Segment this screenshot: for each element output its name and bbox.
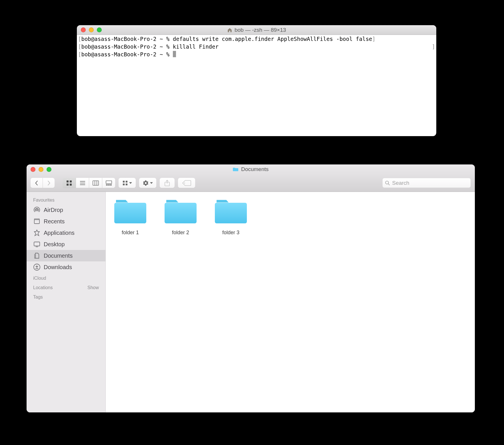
folder-item[interactable]: folder 1	[113, 199, 147, 236]
svg-rect-13	[110, 184, 111, 185]
svg-rect-11	[106, 184, 107, 185]
terminal-titlebar: bob — -zsh — 89×13	[77, 25, 436, 35]
tags-button[interactable]	[178, 178, 195, 188]
applications-icon	[33, 229, 41, 237]
svg-rect-15	[125, 180, 127, 182]
sidebar-item-label: Documents	[44, 253, 73, 259]
sidebar-section-icloud[interactable]: iCloud	[27, 273, 105, 282]
folder-icon	[165, 199, 197, 224]
desktop-icon	[33, 241, 41, 248]
folder-label: folder 2	[172, 230, 189, 236]
folder-icon	[114, 199, 146, 224]
gallery-view-button[interactable]	[102, 178, 115, 188]
sidebar-item-documents[interactable]: Documents	[27, 250, 105, 261]
svg-rect-23	[34, 220, 39, 224]
list-view-button[interactable]	[76, 178, 89, 188]
svg-rect-7	[93, 181, 99, 185]
column-view-button[interactable]	[89, 178, 102, 188]
terminal-prompt: bob@asass-MacBook-Pro-2 ~ %	[81, 51, 169, 57]
sidebar-show-button[interactable]: Show	[87, 285, 99, 290]
terminal-line-2: killall Finder	[173, 43, 219, 50]
sidebar-item-label: Applications	[44, 230, 75, 236]
folder-icon	[215, 199, 247, 224]
sidebar-item-airdrop[interactable]: AirDrop	[27, 204, 105, 216]
folder-icon	[233, 167, 239, 172]
action-button[interactable]	[139, 178, 156, 188]
sidebar-item-desktop[interactable]: Desktop	[27, 239, 105, 250]
svg-rect-14	[123, 180, 124, 182]
sidebar-section-tags[interactable]: Tags	[27, 292, 105, 301]
terminal-prompt: bob@asass-MacBook-Pro-2 ~ %	[81, 43, 169, 50]
terminal-line-1: defaults write com.apple.finder AppleSho…	[173, 36, 372, 42]
traffic-lights	[27, 167, 51, 172]
finder-title: Documents	[27, 166, 475, 172]
folder-item[interactable]: folder 3	[214, 199, 248, 236]
search-field[interactable]	[382, 178, 471, 188]
finder-content[interactable]: folder 1 folder 2 folder 3	[106, 192, 475, 412]
downloads-icon	[33, 263, 41, 271]
chevron-down-icon	[129, 182, 132, 184]
svg-point-22	[36, 209, 38, 211]
traffic-lights	[77, 27, 102, 32]
forward-button[interactable]	[43, 178, 55, 188]
finder-sidebar: Favourites AirDrop Recents Applications	[27, 192, 106, 412]
documents-icon	[33, 252, 41, 259]
svg-rect-17	[125, 183, 127, 185]
airdrop-icon	[33, 206, 41, 214]
search-icon	[385, 180, 390, 186]
svg-rect-2	[67, 184, 69, 186]
terminal-title: bob — -zsh — 89×13	[77, 27, 436, 33]
svg-rect-31	[215, 203, 247, 223]
search-input[interactable]	[392, 180, 468, 186]
action-group	[139, 178, 156, 188]
svg-rect-30	[165, 203, 197, 223]
svg-rect-3	[70, 184, 72, 186]
arrange-button[interactable]	[119, 178, 136, 188]
terminal-title-text: bob — -zsh — 89×13	[235, 27, 286, 33]
sidebar-item-label: AirDrop	[44, 207, 63, 213]
icon-view-button[interactable]	[63, 178, 76, 188]
zoom-icon[interactable]	[47, 167, 51, 172]
back-button[interactable]	[31, 178, 43, 188]
svg-rect-1	[70, 180, 72, 182]
sidebar-item-applications[interactable]: Applications	[27, 227, 105, 239]
finder-window: Documents	[27, 164, 475, 412]
terminal-cursor	[173, 51, 176, 57]
zoom-icon[interactable]	[97, 27, 102, 32]
minimize-icon[interactable]	[89, 27, 94, 32]
sidebar-item-recents[interactable]: Recents	[27, 216, 105, 227]
svg-point-20	[385, 181, 389, 184]
folder-label: folder 3	[222, 230, 239, 236]
recents-icon	[33, 218, 41, 225]
terminal-prompt: bob@asass-MacBook-Pro-2 ~ %	[81, 36, 169, 42]
finder-title-text: Documents	[241, 166, 269, 172]
finder-body: Favourites AirDrop Recents Applications	[27, 192, 475, 412]
tags-group	[178, 178, 195, 188]
svg-point-19	[184, 182, 185, 183]
finder-titlebar: Documents	[27, 164, 475, 174]
terminal-body[interactable]: [bob@asass-MacBook-Pro-2 ~ % defaults wr…	[77, 35, 436, 59]
svg-rect-10	[106, 181, 112, 184]
sidebar-item-downloads[interactable]: Downloads	[27, 261, 105, 273]
nav-group	[31, 178, 55, 188]
sidebar-item-label: Desktop	[44, 241, 65, 248]
svg-line-21	[388, 184, 390, 185]
chevron-down-icon	[150, 182, 153, 184]
share-group	[160, 178, 175, 188]
close-icon[interactable]	[81, 27, 86, 32]
sidebar-item-label: Downloads	[44, 264, 72, 271]
svg-rect-16	[123, 183, 124, 185]
terminal-window: bob — -zsh — 89×13 [bob@asass-MacBook-Pr…	[77, 25, 436, 136]
close-icon[interactable]	[31, 167, 35, 172]
svg-rect-29	[114, 203, 146, 223]
svg-rect-25	[34, 242, 40, 246]
arrange-group	[119, 178, 136, 188]
folder-item[interactable]: folder 2	[163, 199, 198, 236]
minimize-icon[interactable]	[39, 167, 43, 172]
share-button[interactable]	[160, 178, 175, 188]
finder-toolbar	[27, 174, 475, 192]
sidebar-section-locations[interactable]: Locations Show	[27, 282, 105, 292]
view-group	[63, 178, 115, 188]
sidebar-section-favourites: Favourites	[27, 195, 105, 204]
svg-rect-12	[108, 184, 109, 185]
